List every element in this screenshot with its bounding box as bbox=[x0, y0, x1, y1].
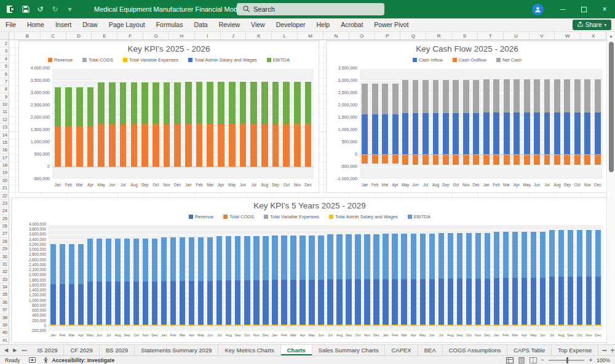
row-header-28[interactable]: 28 bbox=[0, 238, 9, 245]
ribbon-tab-insert[interactable]: Insert bbox=[50, 18, 77, 31]
row-header-26[interactable]: 26 bbox=[0, 223, 9, 230]
sheet-tab-bea[interactable]: BEA bbox=[418, 345, 443, 355]
ribbon-tab-review[interactable]: Review bbox=[213, 18, 245, 31]
zoom-slider-thumb[interactable] bbox=[566, 357, 568, 363]
sheet-tab-sales-summary-charts[interactable]: Sales Summary Charts bbox=[312, 345, 386, 355]
row-header-11[interactable]: 11 bbox=[0, 108, 9, 116]
normal-view-button[interactable] bbox=[506, 357, 514, 363]
row-header-25[interactable]: 25 bbox=[0, 215, 9, 223]
row-header-12[interactable]: 12 bbox=[0, 116, 9, 124]
row-header-3[interactable]: 3 bbox=[0, 47, 9, 55]
row-header-9[interactable]: 9 bbox=[0, 93, 9, 101]
row-header-29[interactable]: 29 bbox=[0, 245, 9, 253]
column-header-W[interactable]: W bbox=[555, 32, 581, 39]
close-button[interactable]: × bbox=[594, 0, 615, 18]
row-header-7[interactable]: 7 bbox=[0, 78, 9, 85]
row-header-24[interactable]: 24 bbox=[0, 207, 9, 215]
tab-nav-more-icon[interactable]: ••• bbox=[20, 347, 28, 353]
row-header-27[interactable]: 27 bbox=[0, 230, 9, 237]
tab-nav-back-icon[interactable]: ◀ bbox=[2, 347, 10, 353]
macro-record-icon[interactable] bbox=[29, 357, 36, 363]
row-header-18[interactable]: 18 bbox=[0, 162, 9, 169]
row-header-37[interactable]: 37 bbox=[0, 306, 9, 314]
row-header-39[interactable]: 39 bbox=[0, 322, 9, 329]
column-header-S[interactable]: S bbox=[452, 32, 478, 39]
row-header-36[interactable]: 36 bbox=[0, 299, 9, 306]
ribbon-tab-home[interactable]: Home bbox=[22, 18, 50, 31]
column-header-B[interactable]: B bbox=[15, 32, 41, 39]
sheet-tab-capex[interactable]: CAPEX bbox=[385, 345, 418, 355]
ribbon-tab-file[interactable]: File bbox=[0, 18, 22, 31]
vertical-scrollbar-thumb[interactable] bbox=[609, 42, 614, 172]
row-header-14[interactable]: 14 bbox=[0, 132, 9, 139]
vertical-scrollbar[interactable]: ▲ bbox=[606, 32, 615, 344]
row-header-22[interactable]: 22 bbox=[0, 192, 9, 200]
search-input[interactable]: Search bbox=[237, 3, 384, 15]
quick-access-caret-icon[interactable]: ▾ bbox=[65, 5, 74, 14]
zoom-out-button[interactable]: − bbox=[541, 357, 545, 363]
page-layout-view-button[interactable] bbox=[518, 357, 525, 363]
column-header-X[interactable]: X bbox=[581, 32, 606, 39]
sheet-tab-top-expense[interactable]: Top Expense bbox=[552, 345, 598, 355]
sheet-tab-cf-2029[interactable]: CF 2029 bbox=[64, 345, 99, 355]
ribbon-tab-acrobat[interactable]: Acrobat bbox=[335, 18, 368, 31]
row-header-6[interactable]: 6 bbox=[0, 71, 9, 78]
row-header-34[interactable]: 34 bbox=[0, 283, 9, 291]
ribbon-tab-view[interactable]: View bbox=[245, 18, 271, 31]
sheet-tab-bs-2029[interactable]: BS 2029 bbox=[100, 345, 135, 355]
column-header-M[interactable]: M bbox=[298, 32, 323, 39]
column-header-T[interactable]: T bbox=[478, 32, 504, 39]
column-header-F[interactable]: F bbox=[117, 32, 143, 39]
new-sheet-button[interactable]: + bbox=[611, 346, 615, 355]
zoom-slider[interactable] bbox=[549, 360, 584, 361]
column-header-H[interactable]: H bbox=[169, 32, 195, 39]
undo-icon[interactable]: ↺ bbox=[36, 5, 45, 14]
row-header-8[interactable]: 8 bbox=[0, 85, 9, 93]
chart-key-cash-flow-2025-2026[interactable]: Key Cash Flow 2025 - 2026Cash InflowCash… bbox=[326, 41, 608, 193]
column-header-U[interactable]: U bbox=[504, 32, 530, 39]
column-header-L[interactable]: L bbox=[272, 32, 298, 39]
user-avatar[interactable] bbox=[532, 4, 544, 15]
sheet-tab-statements-summary-2029[interactable]: Statements Summary 2029 bbox=[135, 345, 218, 355]
share-button[interactable]: Share ▾ bbox=[573, 20, 611, 30]
ribbon-tab-help[interactable]: Help bbox=[311, 18, 336, 31]
sheet-tab-key-metrics-charts[interactable]: Key Metrics Charts bbox=[218, 345, 280, 355]
ribbon-tab-data[interactable]: Data bbox=[188, 18, 213, 31]
row-header-38[interactable]: 38 bbox=[0, 314, 9, 322]
row-header-17[interactable]: 17 bbox=[0, 154, 9, 162]
ribbon-tab-page-layout[interactable]: Page Layout bbox=[103, 18, 151, 31]
scroll-up-icon[interactable]: ▲ bbox=[607, 32, 615, 38]
column-header-P[interactable]: P bbox=[375, 32, 401, 39]
zoom-level[interactable]: 100% bbox=[597, 357, 610, 363]
tabs-overflow-icon[interactable]: ••• bbox=[602, 348, 606, 352]
column-header-D[interactable]: D bbox=[66, 32, 92, 39]
column-header-O[interactable]: O bbox=[349, 32, 375, 39]
row-header-31[interactable]: 31 bbox=[0, 261, 9, 268]
column-header-E[interactable]: E bbox=[92, 32, 117, 39]
minimize-button[interactable]: ─ bbox=[552, 0, 573, 18]
column-header-N[interactable]: N bbox=[323, 32, 349, 39]
row-header-19[interactable]: 19 bbox=[0, 169, 9, 176]
column-header-R[interactable]: R bbox=[426, 32, 452, 39]
row-header-16[interactable]: 16 bbox=[0, 146, 9, 154]
restore-button[interactable] bbox=[573, 0, 594, 18]
sheet-tab-is-2029[interactable]: IS 2029 bbox=[31, 345, 65, 355]
row-header-21[interactable]: 21 bbox=[0, 184, 9, 192]
column-header-G[interactable]: G bbox=[143, 32, 169, 39]
redo-icon[interactable]: ↻ bbox=[50, 5, 60, 14]
row-header-35[interactable]: 35 bbox=[0, 291, 9, 298]
ribbon-tab-draw[interactable]: Draw bbox=[77, 18, 103, 31]
excel-app-icon[interactable] bbox=[6, 5, 15, 14]
column-header-A[interactable] bbox=[9, 32, 15, 39]
row-header-4[interactable]: 4 bbox=[0, 55, 9, 63]
row-header-10[interactable]: 10 bbox=[0, 101, 9, 108]
sheet-tab-caps-table[interactable]: CAPS Table bbox=[507, 345, 552, 355]
row-header-30[interactable]: 30 bbox=[0, 253, 9, 261]
zoom-in-button[interactable]: + bbox=[589, 357, 592, 363]
row-header-13[interactable]: 13 bbox=[0, 124, 9, 131]
row-header-32[interactable]: 32 bbox=[0, 268, 9, 275]
chart-key-kpis-5-years[interactable]: Key KPI's 5 Years 2025 - 2029RevenueTota… bbox=[11, 197, 608, 343]
row-header-5[interactable]: 5 bbox=[0, 63, 9, 70]
row-header-33[interactable]: 33 bbox=[0, 276, 9, 283]
save-icon[interactable] bbox=[21, 5, 30, 14]
